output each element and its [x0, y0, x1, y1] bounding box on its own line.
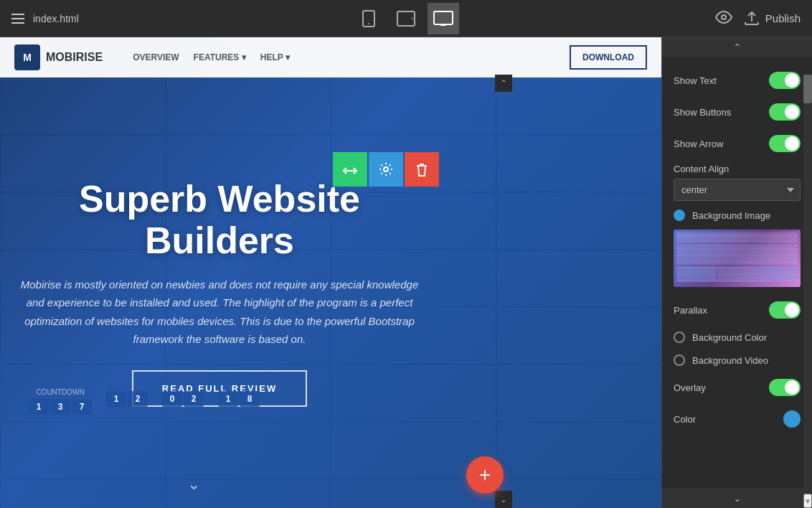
publish-button[interactable]: Publish	[744, 11, 801, 26]
bg-image-label: Background Image	[692, 210, 770, 221]
nav-logo: M MOBIRISE	[14, 44, 103, 70]
bg-video-label: Background Video	[692, 355, 768, 366]
show-arrow-toggle[interactable]	[769, 135, 801, 152]
right-panel: ⌃ Show Text Show Buttons Show Arrow Cont…	[661, 37, 812, 508]
overlay-row: Overlay	[662, 372, 812, 403]
svg-rect-4	[434, 11, 453, 24]
panel-scroll-area: Show Text Show Buttons Show Arrow Conten…	[662, 57, 812, 488]
content-align-section: Content Align left center right	[662, 159, 812, 204]
nav-link-help[interactable]: HELP	[260, 52, 290, 62]
show-text-toggle[interactable]	[769, 72, 801, 89]
bg-image-container	[662, 227, 812, 294]
toolbar-settings-button[interactable]	[369, 152, 403, 187]
canvas-navbar: M MOBIRISE OVERVIEW FEATURES HELP DOWNLO…	[0, 37, 661, 77]
color-label: Color	[674, 414, 696, 425]
overlay-label: Overlay	[674, 382, 706, 393]
topbar-left: index.html	[11, 13, 79, 24]
nav-brand: MOBIRISE	[46, 51, 103, 64]
content-align-label: Content Align	[674, 164, 801, 174]
panel-scroll-up-button[interactable]: ⌃	[662, 37, 812, 57]
mobile-device-button[interactable]	[353, 3, 384, 34]
show-buttons-toggle[interactable]	[769, 103, 801, 121]
vertical-scrollbar: ▲ ▼	[803, 75, 812, 508]
hero-title: Superb Website Builders	[14, 179, 425, 260]
parallax-toggle[interactable]	[769, 301, 801, 319]
countdown-label: COUNTDOWN	[29, 388, 92, 396]
publish-icon	[744, 11, 760, 26]
publish-label: Publish	[765, 12, 801, 24]
show-text-row: Show Text	[662, 65, 812, 96]
bg-video-row: Background Video	[662, 349, 812, 372]
topbar: index.html	[0, 0, 812, 37]
desktop-device-button[interactable]	[428, 3, 459, 34]
overlay-toggle[interactable]	[769, 379, 801, 396]
bg-image-radio[interactable]	[674, 210, 685, 221]
hamburger-menu-icon[interactable]	[11, 14, 24, 24]
color-row: Color	[662, 403, 812, 435]
svg-point-8	[384, 167, 388, 171]
countdown-box-2: 3	[50, 399, 70, 415]
show-arrow-row: Show Arrow	[662, 128, 812, 159]
panel-scroll-down-button[interactable]: ⌄	[662, 488, 812, 508]
countdown-box-3: 7	[72, 399, 92, 415]
show-text-label: Show Text	[674, 75, 717, 86]
bg-image-row: Background Image	[662, 204, 812, 227]
bg-image-inner	[674, 230, 801, 287]
add-block-fab[interactable]: +	[466, 456, 504, 494]
countdown-h1: 1	[106, 391, 126, 407]
countdown-secs: 1 8	[218, 388, 260, 407]
bg-color-radio[interactable]	[674, 331, 685, 343]
scroll-bottom-button[interactable]: ▼	[803, 494, 812, 508]
show-buttons-label: Show Buttons	[674, 107, 731, 118]
countdown-h2: 2	[128, 391, 148, 407]
filename-label: index.html	[33, 13, 79, 24]
countdown-strip: COUNTDOWN 1 3 7 1 2 0 2	[29, 388, 260, 415]
device-switcher	[353, 3, 459, 34]
nav-link-features[interactable]: FEATURES	[194, 52, 246, 62]
countdown-hours: 1 2	[106, 388, 148, 407]
main-area: M MOBIRISE OVERVIEW FEATURES HELP DOWNLO…	[0, 37, 812, 508]
hero-subtitle: Mobirise is mostly oriented on newbies a…	[19, 276, 420, 349]
topbar-right: Publish	[715, 9, 801, 28]
canvas-scroll-up-button[interactable]: ⌃	[495, 75, 512, 92]
countdown-box-1: 1	[29, 399, 49, 415]
nav-link-overview[interactable]: OVERVIEW	[133, 52, 179, 62]
content-align-select[interactable]: left center right	[674, 179, 801, 201]
hero-content: Superb Website Builders Mobirise is most…	[0, 77, 439, 508]
parallax-row: Parallax	[662, 294, 812, 326]
countdown-s1: 1	[218, 391, 238, 407]
bg-video-radio[interactable]	[674, 354, 685, 366]
svg-point-1	[368, 23, 369, 24]
nav-logo-icon: M	[14, 44, 40, 70]
bg-color-label: Background Color	[692, 332, 767, 343]
toolbar-reorder-button[interactable]	[333, 152, 367, 187]
parallax-label: Parallax	[674, 305, 707, 316]
bg-color-row: Background Color	[662, 326, 812, 349]
bg-image-thumbnail[interactable]	[674, 230, 801, 287]
nav-links: OVERVIEW FEATURES HELP	[133, 52, 290, 62]
tablet-device-button[interactable]	[390, 3, 422, 34]
toolbar-delete-button[interactable]	[405, 152, 439, 187]
color-picker[interactable]	[783, 410, 801, 428]
block-toolbar	[333, 152, 439, 187]
show-buttons-row: Show Buttons	[662, 96, 812, 128]
nav-download-button[interactable]: DOWNLOAD	[570, 45, 647, 70]
preview-button[interactable]	[715, 9, 732, 28]
countdown-days: COUNTDOWN 1 3 7	[29, 388, 92, 415]
canvas-scroll-down-button[interactable]: ⌄	[495, 491, 512, 508]
countdown-m1: 0	[162, 391, 182, 407]
countdown-m2: 2	[184, 391, 204, 407]
countdown-s2: 8	[240, 391, 260, 407]
show-arrow-label: Show Arrow	[674, 138, 723, 149]
canvas: M MOBIRISE OVERVIEW FEATURES HELP DOWNLO…	[0, 37, 661, 508]
countdown-mins: 0 2	[162, 388, 204, 407]
scrollbar-thumb[interactable]	[803, 75, 812, 103]
svg-point-7	[722, 15, 726, 19]
svg-point-3	[412, 18, 413, 19]
